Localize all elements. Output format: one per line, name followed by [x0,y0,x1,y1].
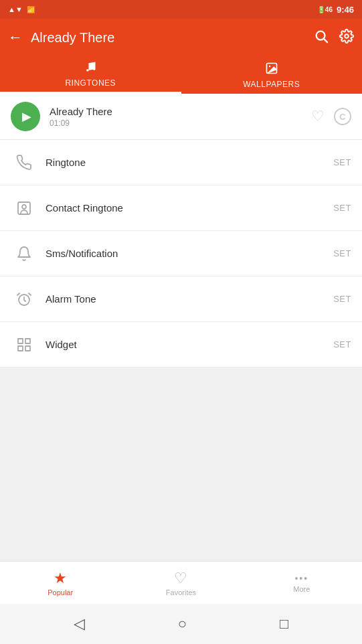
ringtones-tab-label: RINGTONES [65,78,116,88]
ringtone-set-button[interactable]: SET [333,157,351,167]
bell-icon [16,246,32,262]
svg-rect-11 [18,346,23,351]
setting-row-contact: Contact Ringtone SET [0,185,362,231]
nav-more[interactable]: ••• More [242,562,362,604]
tab-wallpapers[interactable]: WALLPAPERS [181,56,363,94]
alarm-tone-label: Alarm Tone [46,293,333,305]
page-title: Already There [31,30,314,46]
wallpapers-tab-label: WALLPAPERS [243,80,300,89]
svg-rect-10 [25,346,30,351]
image-icon [265,62,278,78]
contact-icon [16,200,32,216]
phone-icon [16,155,32,171]
tab-bar: RINGTONES WALLPAPERS [0,56,362,94]
tab-ringtones[interactable]: RINGTONES [0,56,181,94]
android-recent-button[interactable]: □ [280,615,288,633]
svg-rect-9 [25,339,30,343]
nav-favorites[interactable]: ♡ Favorites [120,562,241,604]
track-row: ▶ Already There 01:09 ♡ C [0,94,362,140]
music-icon [84,60,97,77]
ringtone-label: Ringtone [46,157,333,168]
svg-rect-5 [18,202,30,214]
more-label: More [293,585,310,593]
setting-row-alarm: Alarm Tone SET [0,276,362,322]
battery-icon: 🔋46 [317,6,333,13]
android-back-button[interactable]: ◁ [74,615,85,633]
app-container: ▲▼ 📶 🔋46 9:46 ← Already There [0,0,362,644]
svg-point-2 [345,34,349,38]
widget-icon-wrap [11,331,37,358]
status-signal: ▲▼ 📶 [8,5,35,14]
android-home-button[interactable]: ○ [178,615,187,633]
back-button[interactable]: ← [8,30,23,45]
status-bar: ▲▼ 📶 🔋46 9:46 [0,0,362,19]
svg-point-6 [22,205,26,209]
favorites-icon: ♡ [174,570,187,587]
alarm-icon [16,291,32,307]
bottom-nav: ★ Popular ♡ Favorites ••• More [0,561,362,604]
copyright-label: C [339,112,345,122]
status-right: 🔋46 9:46 [317,5,354,15]
header: ← Already There [0,19,362,56]
contact-set-button[interactable]: SET [333,203,351,213]
track-info: Already There 01:09 [50,106,311,128]
alarm-set-button[interactable]: SET [333,294,351,304]
svg-rect-8 [18,339,23,343]
sms-notification-label: Sms/Notification [46,248,333,259]
more-icon: ••• [294,573,308,584]
nav-popular[interactable]: ★ Popular [0,562,120,604]
svg-line-1 [325,39,328,42]
alarm-icon-wrap [11,286,37,313]
settings-button[interactable] [339,29,354,47]
sms-icon-wrap [11,240,37,267]
widget-set-button[interactable]: SET [333,339,351,349]
sms-set-button[interactable]: SET [333,248,351,258]
play-button[interactable]: ▶ [11,102,40,131]
play-icon: ▶ [22,109,31,124]
setting-row-widget: Widget SET [0,322,362,368]
android-nav-bar: ◁ ○ □ [0,604,362,644]
contact-ringtone-label: Contact Ringtone [46,202,333,214]
popular-label: Popular [48,588,73,596]
setting-row-ringtone: Ringtone SET [0,140,362,185]
favorite-button[interactable]: ♡ [311,108,325,125]
widget-icon [16,337,32,353]
popular-icon: ★ [54,570,67,587]
track-duration: 01:09 [50,118,311,128]
contact-icon-wrap [11,195,37,222]
widget-label: Widget [46,339,333,350]
status-time: 9:46 [337,5,354,15]
favorites-label: Favorites [166,588,196,596]
copyright-button[interactable]: C [334,108,351,125]
header-icons [314,29,354,47]
setting-row-sms: Sms/Notification SET [0,231,362,276]
ringtone-icon-wrap [11,149,37,176]
svg-point-4 [269,65,271,67]
track-name: Already There [50,106,311,117]
svg-point-0 [316,31,325,39]
search-button[interactable] [314,29,329,47]
track-actions: ♡ C [311,108,351,125]
